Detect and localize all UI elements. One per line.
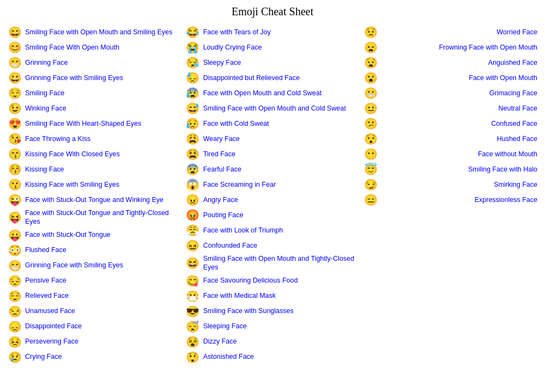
emoji-label: Frowning Face with Open Mouth xyxy=(381,43,537,52)
emoji-label: Face with Cold Sweat xyxy=(203,119,269,128)
emoji-icon: 😚 xyxy=(8,163,22,176)
emoji-label: Loudly Crying Face xyxy=(203,43,262,52)
list-item: 😄Smiling Face with Open Mouth and Smilin… xyxy=(5,24,184,40)
emoji-label: Face with Stuck-Out Tongue and Tightly-C… xyxy=(25,209,181,226)
emoji-label: Kissing Face With Closed Eyes xyxy=(25,150,120,158)
list-item: 😏Smirking Face xyxy=(361,177,540,192)
emoji-label: Disappointed Face xyxy=(25,322,82,330)
emoji-label: Sleepy Face xyxy=(203,58,241,67)
emoji-label: Pouting Face xyxy=(203,211,244,219)
list-item: 😫Tired Face xyxy=(184,146,362,162)
list-item: 😕Confused Face xyxy=(361,116,540,131)
emoji-icon: 😒 xyxy=(8,305,22,318)
list-item: 😂Face with Tears of Joy xyxy=(184,24,362,40)
list-item: 😎Smiling Face with Sunglasses xyxy=(184,304,362,319)
emoji-icon: 😨 xyxy=(186,163,200,176)
emoji-icon: 😆 xyxy=(186,256,200,270)
emoji-icon: 😘 xyxy=(8,132,22,145)
emoji-label: Smiling Face With Heart-Shaped Eyes xyxy=(25,119,141,128)
list-item: 😖Confounded Face xyxy=(184,238,362,253)
list-item: 😌Smiling Face xyxy=(5,85,184,101)
emoji-icon: 😡 xyxy=(186,209,200,222)
list-item: 😱Face Screaming in Fear xyxy=(184,177,362,192)
emoji-label: Worried Face xyxy=(381,28,537,36)
emoji-icon: 😤 xyxy=(186,224,200,237)
emoji-label: Smiling Face with Open Mouth and Smiling… xyxy=(25,28,172,36)
list-item: 😍Smiling Face With Heart-Shaped Eyes xyxy=(5,116,184,131)
list-item: 😰Face with Open Mouth and Cold Sweat xyxy=(184,85,362,101)
emoji-icon: 😖 xyxy=(186,239,200,252)
right-column: 😟Worried Face😦Frowning Face with Open Mo… xyxy=(361,24,540,365)
emoji-icon: 😋 xyxy=(186,274,200,287)
emoji-label: Tired Face xyxy=(203,150,235,158)
list-item: 😁Grinning Face with Smiling Eyes xyxy=(5,258,184,273)
emoji-label: Grinning Face with Smiling Eyes xyxy=(25,261,123,270)
emoji-icon: 😪 xyxy=(186,56,200,69)
list-item: 😝Face with Stuck-Out Tongue and Tightly-… xyxy=(5,207,184,228)
emoji-label: Dizzy Face xyxy=(203,337,237,346)
emoji-icon: 😕 xyxy=(364,117,378,130)
emoji-icon: 😣 xyxy=(8,335,22,348)
emoji-label: Confused Face xyxy=(381,119,537,128)
emoji-label: Grimacing Face xyxy=(381,89,537,97)
emoji-label: Neutral Face xyxy=(381,104,537,113)
emoji-icon: 😠 xyxy=(186,193,200,206)
list-item: 😋Face Savouring Delicious Food xyxy=(184,273,362,289)
list-item: 😜Face with Stuck-Out Tongue and Winking … xyxy=(5,192,184,207)
emoji-label: Flushed Face xyxy=(25,246,66,254)
emoji-label: Weary Face xyxy=(203,134,240,143)
emoji-icon: 😛 xyxy=(8,229,22,242)
emoji-icon: 😵 xyxy=(186,335,200,348)
emoji-label: Smiling Face with Sunglasses xyxy=(203,307,294,315)
emoji-icon: 😫 xyxy=(186,148,200,161)
emoji-label: Face with Open Mouth and Cold Sweat xyxy=(203,89,322,97)
emoji-label: Face with Medical Mask xyxy=(203,291,276,300)
emoji-label: Angry Face xyxy=(203,195,238,204)
list-item: 😌Relieved Face xyxy=(5,289,184,304)
list-item: 😯Hushed Face xyxy=(361,131,540,146)
list-item: 😘Face Throwing a Kiss xyxy=(5,131,184,146)
emoji-label: Anguished Face xyxy=(381,58,537,67)
emoji-label: Fearful Face xyxy=(203,165,241,174)
emoji-icon: 😦 xyxy=(364,41,378,54)
emoji-icon: 😏 xyxy=(364,178,378,191)
emoji-icon: 😭 xyxy=(186,41,200,54)
list-item: 😁Grinning Face xyxy=(5,55,184,70)
emoji-icon: 😩 xyxy=(186,132,200,145)
emoji-icon: 😥 xyxy=(186,117,200,130)
list-item: 😭Loudly Crying Face xyxy=(184,40,362,55)
emoji-label: Face Screaming in Fear xyxy=(203,180,276,189)
emoji-icon: 😎 xyxy=(186,305,200,318)
list-item: 😔Pensive Face xyxy=(5,273,184,289)
emoji-label: Pensive Face xyxy=(25,276,66,285)
list-item: 😨Fearful Face xyxy=(184,162,362,177)
emoji-icon: 😁 xyxy=(8,259,22,272)
emoji-label: Face with Look of Triumph xyxy=(203,226,283,235)
emoji-label: Sleeping Face xyxy=(203,322,247,330)
emoji-icon: 😀 xyxy=(8,71,22,84)
emoji-label: Unamused Face xyxy=(25,307,75,315)
list-item: 😥Face with Cold Sweat xyxy=(184,116,362,131)
list-item: 😪Sleepy Face xyxy=(184,55,362,70)
list-item: 😠Angry Face xyxy=(184,192,362,207)
emoji-icon: 😅 xyxy=(186,102,200,115)
emoji-icon: 😌 xyxy=(8,87,22,100)
emoji-icon: 😐 xyxy=(364,102,378,115)
list-item: 😚Kissing Face xyxy=(5,162,184,177)
emoji-icon: 😳 xyxy=(8,244,22,257)
list-item: 😳Flushed Face xyxy=(5,243,184,258)
list-item: 😣Persevering Face xyxy=(5,334,184,350)
emoji-icon: 😟 xyxy=(364,26,378,39)
emoji-icon: 😴 xyxy=(186,320,200,333)
emoji-icon: 😶 xyxy=(364,148,378,161)
emoji-icon: 😗 xyxy=(8,178,22,191)
emoji-label: Grinning Face with Smiling Eyes xyxy=(25,74,123,82)
emoji-label: Winking Face xyxy=(25,104,66,113)
list-item: 😴Sleeping Face xyxy=(184,319,362,334)
emoji-icon: 😝 xyxy=(8,211,22,224)
list-item: 😀Grinning Face with Smiling Eyes xyxy=(5,70,184,85)
emoji-label: Astonished Face xyxy=(203,352,254,361)
emoji-icon: 😲 xyxy=(186,351,200,364)
emoji-label: Smiling Face with Halo xyxy=(381,165,537,174)
emoji-label: Face Throwing a Kiss xyxy=(25,134,90,143)
